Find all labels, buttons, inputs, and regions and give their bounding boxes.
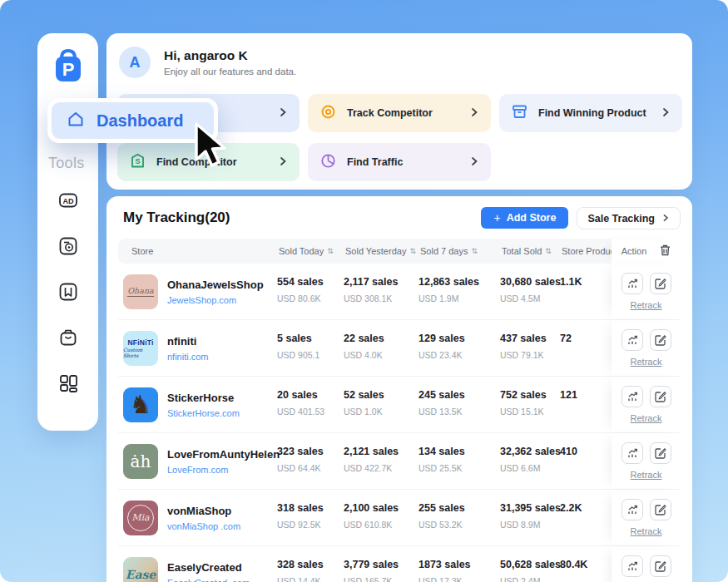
sold-7days-value: 1873 sales [418, 559, 500, 570]
sold-yesterday-value: 2,121 sales [344, 446, 418, 457]
trash-icon[interactable] [660, 244, 671, 258]
analysis-chart-button[interactable] [622, 273, 643, 294]
apps-grid-icon[interactable] [57, 372, 79, 394]
sort-icon[interactable]: ⇅ [409, 247, 416, 255]
store-name: LoveFromAuntyHelen [167, 448, 280, 461]
store-name: nfiniti [167, 335, 209, 348]
retrack-link[interactable]: Retrack [631, 357, 662, 367]
sale-tracking-button[interactable]: Sale Tracking [577, 207, 681, 229]
sold-yesterday-usd: USD 308.1K [344, 293, 418, 303]
svg-text:AD: AD [62, 197, 73, 205]
sold-today-usd: USD 14.4K [277, 576, 344, 582]
store-logo: Ohana [123, 274, 158, 309]
store-domain-link[interactable]: JewelsShop.com [167, 295, 264, 305]
tools-section-label: Tools [48, 155, 85, 172]
bookmark-icon[interactable] [57, 281, 79, 303]
avatar: A [119, 47, 151, 78]
store-logo: ȧh [123, 444, 158, 479]
sold-7days-usd: USD 53.2K [418, 520, 500, 530]
edit-button[interactable] [650, 273, 671, 294]
sold-today-value: 328 sales [277, 559, 344, 570]
store-products-value: 80.4K [560, 546, 612, 582]
store-name: EaselyCreated [167, 561, 250, 574]
feature-card-find-competitor[interactable]: S Find Competitor [117, 143, 300, 181]
sold-yesterday-value: 3,779 sales [344, 559, 418, 570]
plus-icon: + [493, 211, 500, 224]
svg-text:S: S [135, 157, 140, 165]
sold-yesterday-value: 2,117 sales [344, 276, 418, 288]
retrack-link[interactable]: Retrack [631, 470, 662, 480]
retrack-link[interactable]: Retrack [631, 300, 662, 310]
sold-today-usd: USD 401.53 [277, 407, 344, 417]
table-header-row: Store Sold Today⇅ Sold Yesterday⇅ Sold 7… [118, 239, 681, 264]
analysis-chart-button[interactable] [622, 442, 643, 464]
store-domain-link[interactable]: StickerHorse.com [167, 408, 240, 418]
table-row: ♞ StickerHorse StickerHorse.com 20 sales… [118, 377, 681, 433]
store-products-value: 72 [560, 320, 612, 376]
table-row: Ease EaselyCreated EaselyCreated .com 32… [118, 546, 681, 582]
add-store-button[interactable]: + Add Store [481, 207, 568, 229]
store-domain-link[interactable]: nfiniti.com [167, 352, 209, 362]
feature-card-find-traffic[interactable]: Find Traffic [308, 143, 491, 181]
feature-card-find-winning-product[interactable]: Find Winning Product [499, 94, 682, 132]
store-bag-icon[interactable] [57, 327, 79, 348]
table-body: Ohana OhanaJewelsShop JewelsShop.com 554… [118, 264, 681, 582]
greeting-text: Hi, angaroo K [164, 48, 296, 63]
retrack-link[interactable]: Retrack [631, 413, 662, 423]
store-domain-link[interactable]: EaselyCreated .com [167, 578, 250, 582]
chevron-right-icon [469, 155, 479, 170]
retrack-link[interactable]: Retrack [631, 526, 662, 536]
ads-icon[interactable]: AD [57, 190, 79, 211]
dashboard-label: Dashboard [97, 111, 183, 131]
analysis-chart-button[interactable] [622, 499, 643, 520]
total-sold-value: 31,395 sales [500, 502, 560, 514]
analysis-chart-button[interactable] [622, 555, 643, 577]
sold-7days-value: 245 sales [418, 389, 500, 401]
total-sold-usd: USD 8.9M [500, 520, 560, 530]
sold-7days-usd: USD 1.9M [418, 293, 500, 303]
sold-today-value: 20 sales [277, 389, 344, 401]
store-logo: Mia [123, 501, 158, 535]
chevron-right-icon [661, 213, 670, 224]
app-logo-icon: P [51, 48, 86, 88]
edit-button[interactable] [650, 555, 671, 577]
col-sold-today: Sold Today⇅ [277, 239, 344, 264]
sort-icon[interactable]: ⇅ [327, 247, 334, 255]
store-logo: Ease [123, 557, 158, 582]
sold-today-value: 5 sales [277, 333, 344, 344]
sold-7days-value: 129 sales [418, 333, 500, 344]
sold-7days-usd: USD 17.3K [418, 576, 500, 582]
tracking-title: My Tracking(20) [123, 210, 230, 226]
feature-card-track-competitor[interactable]: Track Competitor [308, 94, 491, 132]
pie-chart-icon [319, 152, 337, 173]
sold-today-usd: USD 905.1 [277, 350, 344, 360]
track-target-icon[interactable] [57, 235, 79, 257]
total-sold-usd: USD 4.5M [500, 293, 560, 303]
total-sold-usd: USD 15.1K [500, 407, 560, 417]
edit-button[interactable] [650, 442, 671, 464]
edit-button[interactable] [650, 329, 671, 351]
total-sold-value: 437 sales [500, 333, 560, 344]
sold-yesterday-value: 2,100 sales [344, 502, 418, 514]
store-domain-link[interactable]: LoveFrom.com [167, 465, 280, 475]
sold-7days-value: 134 sales [418, 446, 500, 457]
store-name: vonMiaShop [167, 505, 240, 517]
edit-button[interactable] [650, 499, 671, 520]
sold-yesterday-usd: USD 422.7K [344, 463, 418, 473]
chevron-right-icon [278, 106, 288, 121]
analysis-chart-button[interactable] [622, 329, 643, 351]
total-sold-value: 50,628 sales [500, 559, 560, 570]
sold-today-usd: USD 64.4K [277, 463, 344, 473]
store-products-value: 1.1K [560, 264, 612, 319]
analysis-chart-button[interactable] [622, 386, 643, 407]
store-domain-link[interactable]: vonMiaShop .com [167, 521, 240, 531]
total-sold-value: 752 sales [500, 389, 560, 401]
sold-today-value: 318 sales [277, 502, 344, 514]
store-name: OhanaJewelsShop [167, 279, 264, 291]
sort-icon[interactable]: ⇅ [471, 247, 478, 255]
sort-icon[interactable]: ⇅ [545, 247, 552, 255]
sidebar-item-dashboard[interactable]: Dashboard [47, 98, 218, 143]
edit-button[interactable] [650, 386, 671, 407]
store-products-value: 410 [560, 433, 612, 489]
product-box-icon [511, 103, 528, 124]
